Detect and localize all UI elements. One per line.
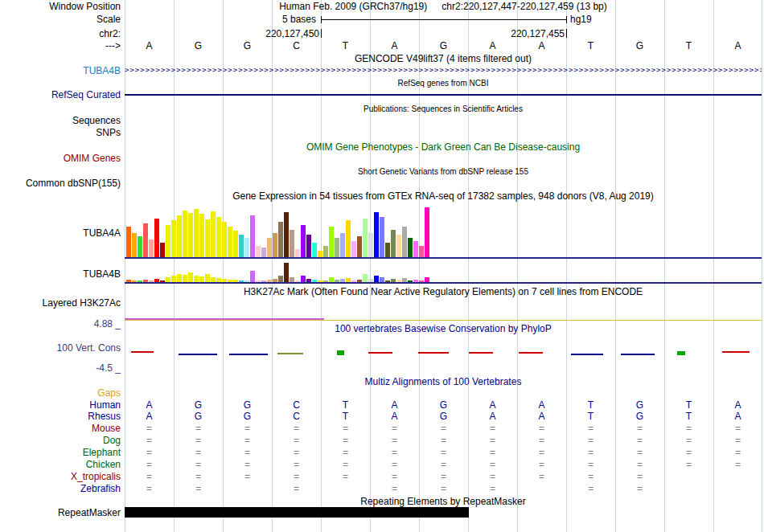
gtex-tissue-bar[interactable] (374, 276, 379, 282)
gtex-tuba4a-bars[interactable] (126, 205, 429, 257)
gtex-tissue-bar[interactable] (177, 274, 182, 282)
multiz-track-title[interactable]: Multiz Alignments of 100 Vertebrates (125, 376, 762, 387)
gtex-tissue-bar[interactable] (205, 219, 210, 257)
gtex-tissue-bar[interactable] (278, 276, 283, 282)
gaps-label[interactable]: Gaps (0, 387, 121, 399)
gtex-tissue-bar[interactable] (233, 231, 238, 257)
gtex-tissue-bar[interactable] (143, 223, 148, 257)
gtex-tissue-bar[interactable] (419, 246, 424, 257)
gencode-item-label[interactable]: TUBA4B (0, 65, 121, 76)
gtex-tissue-bar[interactable] (194, 276, 199, 282)
gtex-tissue-bar[interactable] (284, 263, 289, 282)
gtex-tissue-bar[interactable] (290, 230, 294, 257)
repeatmasker-label[interactable]: RepeatMasker (0, 507, 121, 518)
gtex-tissue-bar[interactable] (239, 235, 244, 257)
multiz-species-label-zebrafish[interactable]: Zebrafish (0, 483, 121, 494)
gtex-tissue-bar[interactable] (199, 214, 204, 257)
gtex-tissue-bar[interactable] (391, 230, 396, 257)
gtex-tissue-bar[interactable] (183, 275, 187, 282)
repeatmasker-element[interactable] (125, 507, 469, 518)
gtex-tissue-bar[interactable] (250, 215, 255, 257)
gtex-tissue-bar[interactable] (171, 220, 176, 257)
gtex-tissue-bar[interactable] (413, 241, 418, 257)
gtex-tissue-bar[interactable] (363, 274, 368, 282)
multiz-species-label-dog[interactable]: Dog (0, 435, 121, 446)
gtex-tissue-bar[interactable] (396, 235, 401, 257)
gtex-gene1-label[interactable]: TUBA4A (0, 227, 121, 239)
gtex-tissue-bar[interactable] (228, 227, 232, 257)
omim-track-title[interactable]: OMIM Gene Phenotypes - Dark Green Can Be… (125, 141, 762, 153)
phylop-track-title[interactable]: 100 vertebrates Basewise Conservation by… (125, 323, 762, 334)
gtex-tissue-bar[interactable] (267, 238, 272, 257)
gtex-gene2-label[interactable]: TUBA4B (0, 268, 121, 280)
gtex-tissue-bar[interactable] (385, 243, 390, 257)
gtex-tissue-bar[interactable] (160, 243, 165, 257)
gtex-tissue-bar[interactable] (183, 211, 187, 257)
gtex-tissue-bar[interactable] (312, 243, 317, 257)
gtex-tissue-bar[interactable] (363, 219, 368, 257)
multiz-species-label-human[interactable]: Human (0, 399, 121, 411)
multiz-species-label-chicken[interactable]: Chicken (0, 459, 121, 470)
gtex-tissue-bar[interactable] (126, 227, 131, 257)
omim-genes-label[interactable]: OMIM Genes (0, 153, 121, 164)
multiz-species-label-elephant[interactable]: Elephant (0, 447, 121, 458)
gtex-tissue-bar[interactable] (188, 213, 193, 257)
gtex-tissue-bar[interactable] (301, 276, 306, 282)
gtex-tissue-bar[interactable] (301, 225, 306, 257)
gtex-tissue-bar[interactable] (351, 241, 356, 257)
gtex-tissue-bar[interactable] (177, 215, 182, 257)
snps-label[interactable]: SNPs (0, 127, 121, 138)
cons-track-label[interactable]: 100 Vert. Cons (0, 342, 121, 354)
gencode-gene-item[interactable]: >>>>>>>>>>>>>>>>>>>>>>>>>>>>>>>>>>>>>>>>… (125, 66, 762, 75)
gtex-tissue-bar[interactable] (402, 227, 407, 257)
gtex-tissue-bar[interactable] (380, 217, 384, 257)
gtex-tissue-bar[interactable] (318, 251, 322, 257)
gtex-tissue-bar[interactable] (374, 212, 379, 257)
refseq-gene-item[interactable] (125, 94, 762, 96)
dbsnp-label[interactable]: Common dbSNP(155) (0, 178, 121, 189)
gtex-tissue-bar[interactable] (132, 233, 137, 257)
gtex-tissue-bar[interactable] (306, 235, 311, 257)
gtex-tissue-bar[interactable] (273, 233, 277, 257)
gtex-tissue-bar[interactable] (256, 246, 261, 257)
gtex-tissue-bar[interactable] (211, 211, 216, 257)
publications-track-title[interactable]: Publications: Sequences in Scientific Ar… (125, 104, 762, 115)
gtex-tissue-bar[interactable] (368, 233, 373, 257)
gtex-tuba4b-bars[interactable] (126, 262, 429, 282)
gtex-tissue-bar[interactable] (222, 222, 227, 257)
gtex-tissue-bar[interactable] (329, 227, 334, 257)
repeatmasker-track-title[interactable]: Repeating Elements by RepeatMasker (125, 496, 762, 507)
refseq-curated-label[interactable]: RefSeq Curated (0, 89, 121, 100)
gtex-tissue-bar[interactable] (138, 236, 142, 257)
refseq-track-title[interactable]: RefSeq genes from NCBI (125, 78, 762, 89)
multiz-species-label-x_tropicalis[interactable]: X_tropicalis (0, 471, 121, 482)
gtex-tissue-bar[interactable] (284, 212, 289, 257)
gtex-tissue-bar[interactable] (244, 238, 249, 257)
gtex-tissue-bar[interactable] (408, 238, 413, 257)
multiz-species-label-mouse[interactable]: Mouse (0, 423, 121, 434)
sequences-label[interactable]: Sequences (0, 115, 121, 126)
gtex-tissue-bar[interactable] (216, 217, 221, 257)
gtex-tissue-bar[interactable] (278, 222, 283, 257)
gtex-tissue-bar[interactable] (194, 209, 199, 257)
gtex-tissue-bar[interactable] (346, 220, 351, 257)
gtex-tissue-bar[interactable] (357, 236, 362, 257)
gtex-tissue-bar[interactable] (166, 225, 170, 257)
gtex-tissue-bar[interactable] (323, 246, 328, 257)
gtex-tissue-bar[interactable] (295, 249, 300, 257)
gtex-tissue-bar[interactable] (205, 274, 210, 282)
gtex-tissue-bar[interactable] (171, 276, 176, 282)
dbsnp-track-title[interactable]: Short Genetic Variants from dbSNP releas… (125, 166, 762, 178)
gtex-tissue-bar[interactable] (154, 219, 159, 257)
gtex-tissue-bar[interactable] (199, 276, 204, 282)
gtex-tissue-bar[interactable] (188, 272, 193, 282)
gtex-tissue-bar[interactable] (261, 248, 266, 257)
gencode-track-title[interactable]: GENCODE V49lift37 (4 items filtered out) (125, 53, 762, 64)
gtex-tissue-bar[interactable] (149, 239, 154, 257)
gtex-tissue-bar[interactable] (335, 238, 339, 257)
gtex-track-title[interactable]: Gene Expression in 54 tissues from GTEx … (125, 190, 762, 202)
h3k27ac-track-title[interactable]: H3K27Ac Mark (Often Found Near Active Re… (125, 286, 762, 297)
gtex-tissue-bar[interactable] (425, 207, 429, 257)
multiz-species-label-rhesus[interactable]: Rhesus (0, 411, 121, 422)
h3k27ac-label[interactable]: Layered H3K27Ac (0, 297, 121, 309)
